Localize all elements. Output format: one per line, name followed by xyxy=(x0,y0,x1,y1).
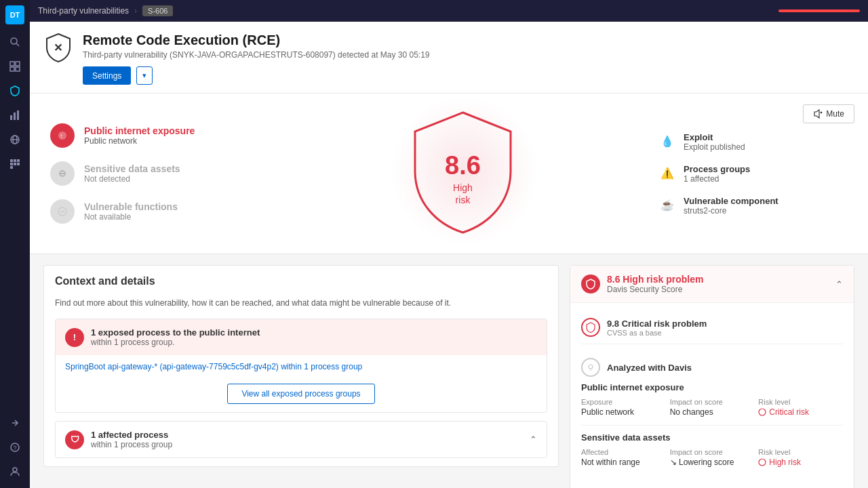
davis-header-text: 8.6 High risk problem Davis Security Sco… xyxy=(607,274,703,294)
davis-chevron-icon[interactable]: ⌃ xyxy=(835,279,843,289)
component-title: Vulnerable component xyxy=(684,196,778,206)
sensitive-subtitle: Sensitive data assets xyxy=(581,432,843,443)
page-header: ✕ Remote Code Execution (RCE) Third-part… xyxy=(30,22,868,94)
risk-items: ↑ Public internet exposure Public networ… xyxy=(50,123,267,224)
context-card-desc: Find out more about this vulnerability, … xyxy=(44,297,558,319)
col-right: 8.6 High risk problem Davis Security Sco… xyxy=(570,265,854,488)
sidebar-icon-expand[interactable] xyxy=(4,412,26,434)
sidebar-icon-network[interactable] xyxy=(4,129,26,150)
exposed-process-badge: ! xyxy=(65,328,84,347)
risk-item-functions: Vulnerable functions Not available xyxy=(50,199,267,224)
svg-text:↑: ↑ xyxy=(60,132,63,140)
affected-process-box: 🛡 1 affected process within 1 process gr… xyxy=(55,421,547,458)
svg-rect-4 xyxy=(10,67,14,71)
risk-shield: 8.6 High risk xyxy=(410,110,515,237)
component-detail: struts2-core xyxy=(684,206,778,216)
davis-body: 9.8 Critical risk problem CVSS as a base xyxy=(570,303,854,488)
sidebar-icon-user[interactable] xyxy=(4,461,26,483)
dropdown-button[interactable]: ▾ xyxy=(136,66,153,85)
sen-label-risk: Risk level xyxy=(758,448,843,456)
sen-col-risk: Risk level High risk xyxy=(758,448,843,467)
mute-area: Mute xyxy=(803,104,854,123)
sen-col-impact: Impact on score ↘ Lowering score xyxy=(670,448,755,467)
pub-col-impact: Impact on score No changes xyxy=(670,398,755,417)
pub-val-risk: Critical risk xyxy=(758,407,843,417)
context-card-title: Context and details xyxy=(44,266,558,297)
pub-label-impact: Impact on score xyxy=(670,398,755,406)
exposure-text: Public internet exposure Public network xyxy=(84,125,195,146)
topbar-progress-fill xyxy=(778,9,860,12)
pub-label-exposure: Exposure xyxy=(581,398,666,406)
exploit-title: Exploit xyxy=(684,132,745,142)
svg-rect-13 xyxy=(14,159,16,162)
cvss-row: 9.8 Critical risk problem CVSS as a base xyxy=(581,311,843,344)
svg-rect-5 xyxy=(16,67,20,71)
scrollable-content: Mute ↑ Public internet exposure Public n… xyxy=(30,94,868,488)
affected-process-header[interactable]: 🛡 1 affected process within 1 process gr… xyxy=(56,422,547,458)
sensitive-sub: Not detected xyxy=(84,174,180,184)
svg-line-1 xyxy=(16,43,19,46)
public-exposure-grid: Exposure Public network Impact on score … xyxy=(581,398,843,417)
exposure-title: Public internet exposure xyxy=(84,125,195,136)
svg-rect-17 xyxy=(17,163,20,165)
sensitive-section: Sensitive data assets Affected Not withi… xyxy=(581,425,843,467)
svg-rect-2 xyxy=(10,62,14,66)
svg-rect-7 xyxy=(14,113,16,120)
davis-score-title: 8.6 High risk problem xyxy=(607,274,703,285)
davis-header: 8.6 High risk problem Davis Security Sco… xyxy=(570,266,854,303)
svg-rect-18 xyxy=(10,166,13,169)
sen-val-impact: ↘ Lowering score xyxy=(670,458,755,467)
stat-process-groups: ⚠️ Process groups 1 affected xyxy=(658,164,848,184)
risk-stats: 💧 Exploit Exploit published ⚠️ Process g… xyxy=(658,132,848,216)
cvss-sub: CVSS as a base xyxy=(607,329,707,337)
process-link-text[interactable]: SpringBoot api-gateway-* (api-gateway-77… xyxy=(65,362,279,371)
affected-process-title: 1 affected process xyxy=(91,430,172,440)
davis-score-sub: Davis Security Score xyxy=(607,285,703,294)
mute-button[interactable]: Mute xyxy=(803,104,854,123)
cvss-title: 9.8 Critical risk problem xyxy=(607,319,707,329)
sidebar-icon-help[interactable]: ? xyxy=(4,436,26,458)
header-actions: Settings ▾ xyxy=(83,66,430,85)
affected-process-text: 1 affected process within 1 process grou… xyxy=(91,430,172,449)
topbar-section-link[interactable]: Third-party vulnerabilities xyxy=(38,6,129,16)
exposed-process-box: ! 1 exposed process to the public intern… xyxy=(55,319,547,413)
pub-val-exposure: Public network xyxy=(581,407,666,417)
svg-rect-15 xyxy=(10,163,13,165)
exposed-process-link[interactable]: SpringBoot api-gateway-* (api-gateway-77… xyxy=(56,355,547,378)
sen-val-affected: Not within range xyxy=(581,458,666,467)
mute-label: Mute xyxy=(826,109,844,119)
svg-rect-14 xyxy=(17,159,20,162)
svg-rect-3 xyxy=(16,62,20,66)
sen-col-affected: Affected Not within range xyxy=(581,448,666,467)
sidebar-icon-grid[interactable] xyxy=(4,56,26,77)
analyzed-title: Analyzed with Davis xyxy=(607,363,692,373)
affected-chevron-icon: ⌃ xyxy=(530,434,537,445)
cvss-text: 9.8 Critical risk problem CVSS as a base xyxy=(607,319,707,337)
process-groups-text: Process groups 1 affected xyxy=(684,164,750,184)
svg-text:✕: ✕ xyxy=(54,42,62,54)
settings-button[interactable]: Settings xyxy=(83,66,131,85)
sidebar-icon-security[interactable] xyxy=(4,80,26,102)
svg-point-31 xyxy=(589,365,593,369)
sensitive-icon xyxy=(50,161,75,186)
sidebar-icon-apps[interactable] xyxy=(4,153,26,175)
exploit-detail: Exploit published xyxy=(684,142,745,152)
svg-point-0 xyxy=(11,38,17,44)
sidebar-bottom: ? xyxy=(4,412,26,483)
pub-col-exposure: Exposure Public network xyxy=(581,398,666,417)
pub-col-risk: Risk level Critical risk xyxy=(758,398,843,417)
sidebar-icon-chart[interactable] xyxy=(4,104,26,126)
exposure-sub: Public network xyxy=(84,136,195,146)
app-logo[interactable]: DT xyxy=(5,5,24,24)
sidebar-icon-search[interactable] xyxy=(4,31,26,53)
svg-rect-16 xyxy=(14,163,16,165)
component-icon: ☕ xyxy=(658,196,677,215)
exploit-text: Exploit Exploit published xyxy=(684,132,745,152)
davis-card: 8.6 High risk problem Davis Security Sco… xyxy=(570,265,854,488)
sen-label-impact: Impact on score xyxy=(670,448,755,456)
exploit-icon: 💧 xyxy=(658,132,677,151)
topbar-progress-bar xyxy=(778,9,860,12)
view-all-button[interactable]: View all exposed process groups xyxy=(227,384,374,404)
exposed-process-sub: within 1 process group. xyxy=(91,338,260,347)
risk-item-sensitive: Sensitive data assets Not detected xyxy=(50,161,267,186)
